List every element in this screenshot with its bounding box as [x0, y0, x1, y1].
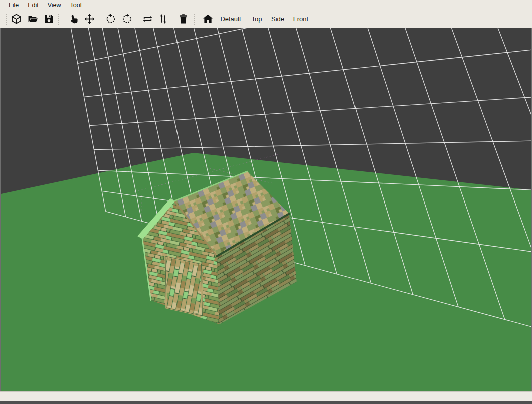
menu-item-edit[interactable]: Edit — [23, 1, 43, 9]
home-view-button[interactable] — [200, 12, 215, 26]
toolbar-grip[interactable] — [58, 13, 60, 25]
view-front-button[interactable]: Front — [290, 12, 312, 26]
move-horizontal-button[interactable] — [140, 12, 155, 26]
house-door — [165, 256, 203, 316]
menubar: File Edit View Tool — [0, 0, 532, 10]
home-icon — [203, 14, 213, 24]
menu-item-tool[interactable]: Tool — [66, 1, 86, 9]
save-floppy-icon — [44, 14, 54, 24]
menu-item-view[interactable]: View — [43, 1, 66, 9]
toolbar-separator — [101, 13, 101, 25]
trash-icon — [178, 14, 189, 24]
open-button[interactable] — [25, 12, 40, 26]
move-arrows-icon — [84, 14, 95, 24]
status-bar — [0, 391, 532, 401]
app-window: File Edit View Tool — [0, 0, 532, 404]
move-vertical-button[interactable] — [155, 12, 170, 26]
toolbar-separator — [138, 13, 138, 25]
delete-button[interactable] — [175, 12, 191, 26]
menu-item-file[interactable]: File — [4, 1, 23, 9]
arrows-vertical-icon — [158, 14, 168, 24]
toolbar-separator — [173, 13, 173, 25]
viewport-svg[interactable] — [1, 28, 531, 391]
new-model-button[interactable] — [9, 12, 24, 26]
rotate-ccw-button[interactable] — [103, 12, 118, 26]
window-bottom-edge — [0, 401, 532, 404]
hand-pointer-icon — [69, 14, 79, 24]
select-hand-tool-button[interactable] — [66, 12, 81, 26]
toolbar: Default Top Side Front — [0, 10, 532, 28]
toolbar-grip[interactable] — [193, 13, 196, 25]
rotate-cw-button[interactable] — [119, 12, 134, 26]
rotate-cw-icon — [122, 14, 132, 24]
arrows-horizontal-icon — [142, 14, 153, 24]
view-side-button[interactable]: Side — [268, 12, 287, 26]
rotate-ccw-icon — [105, 14, 116, 24]
open-folder-icon — [28, 14, 38, 24]
view-top-button[interactable]: Top — [248, 12, 265, 26]
view-default-button[interactable]: Default — [217, 12, 244, 26]
cube-icon — [11, 14, 22, 24]
viewport-3d[interactable] — [0, 28, 532, 391]
move-tool-button[interactable] — [82, 12, 97, 26]
save-button[interactable] — [41, 12, 56, 26]
toolbar-grip[interactable] — [5, 13, 8, 25]
